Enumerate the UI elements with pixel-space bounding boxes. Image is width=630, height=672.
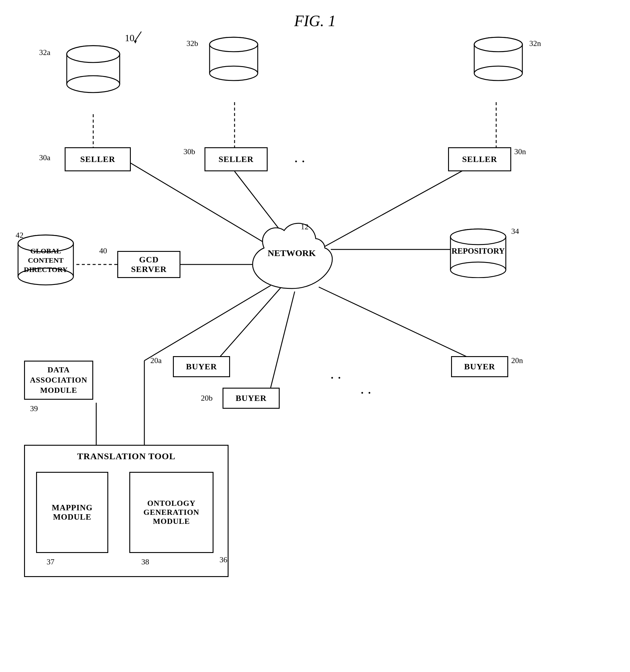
svg-point-45 [450, 262, 506, 278]
seller-a-label: SELLER [80, 154, 115, 164]
svg-line-11 [319, 287, 475, 361]
figure-title: FIG. 1 [294, 12, 336, 30]
translation-tool-label: TRANSLATION TOOL [77, 451, 176, 461]
buyer-n-box: BUYER [451, 356, 508, 377]
ref-38: 38 [141, 557, 149, 567]
seller-n-label: SELLER [462, 154, 497, 164]
svg-point-46 [450, 229, 506, 245]
cylinder-32a [65, 45, 122, 93]
seller-b-box: SELLER [205, 147, 267, 171]
svg-marker-16 [134, 41, 137, 44]
svg-point-27 [210, 66, 258, 80]
dots-sellers: . . [295, 153, 305, 164]
svg-point-22 [67, 46, 120, 63]
buyer-a-box: BUYER [173, 356, 230, 377]
ref-34: 34 [511, 227, 519, 236]
svg-line-9 [216, 286, 283, 361]
repository-label: REPOSITORY [448, 246, 508, 256]
seller-n-box: SELLER [448, 147, 511, 171]
ref-36: 36 [219, 555, 227, 565]
ref-20b: 20b [201, 394, 213, 403]
cylinder-32n [472, 36, 525, 81]
buyer-b-label: BUYER [235, 393, 266, 403]
data-association-box: DATAASSOCIATIONMODULE [24, 361, 93, 400]
buyer-n-label: BUYER [464, 362, 495, 371]
ref-40: 40 [99, 246, 107, 256]
ref-32n: 32n [529, 39, 541, 48]
ref-39: 39 [30, 404, 38, 413]
dots-buyers2: . . [361, 385, 372, 395]
gcd-server-label: GCD SERVER [131, 255, 167, 274]
svg-point-21 [67, 76, 120, 93]
ref-30n: 30n [514, 147, 526, 156]
dots-buyers: . . [331, 370, 342, 381]
ref-20n: 20n [511, 356, 523, 365]
ref-30a: 30a [39, 153, 50, 162]
mapping-module-box: MAPPINGMODULE [36, 472, 108, 553]
svg-point-34 [474, 37, 522, 52]
ontology-module-box: ONTOLOGYGENERATIONMODULE [129, 472, 213, 553]
ref-30b: 30b [183, 147, 195, 156]
network-cloud: NETWORK [243, 222, 340, 296]
ref-12: 12 [301, 222, 308, 232]
seller-b-label: SELLER [218, 154, 254, 164]
ref-42: 42 [16, 231, 23, 240]
ontology-module-label: ONTOLOGYGENERATIONMODULE [143, 499, 200, 526]
svg-point-33 [474, 66, 522, 80]
global-content-dir-cylinder: GLOBALCONTENTDIRECTORY [16, 234, 76, 286]
ref10-arrow [129, 30, 147, 45]
data-association-label: DATAASSOCIATIONMODULE [30, 365, 87, 395]
network-label: NETWORK [262, 248, 322, 258]
repository-cylinder: REPOSITORY [448, 229, 508, 278]
cylinder-32b [208, 36, 260, 81]
ref-20a: 20a [150, 356, 162, 365]
ref-32a: 32a [39, 48, 50, 57]
seller-a-box: SELLER [65, 147, 131, 171]
svg-line-13 [144, 286, 271, 361]
gcd-server-box: GCD SERVER [117, 251, 181, 278]
svg-line-15 [135, 31, 141, 41]
diagram: FIG. 1 10 [0, 0, 630, 672]
svg-line-10 [271, 291, 295, 388]
svg-point-28 [210, 37, 258, 52]
buyer-b-box: BUYER [223, 388, 280, 409]
ref-37: 37 [47, 557, 54, 567]
global-content-dir-label: GLOBALCONTENTDIRECTORY [16, 246, 76, 275]
ref-32b: 32b [186, 39, 198, 48]
mapping-module-label: MAPPINGMODULE [52, 503, 93, 522]
buyer-a-label: BUYER [186, 362, 217, 371]
